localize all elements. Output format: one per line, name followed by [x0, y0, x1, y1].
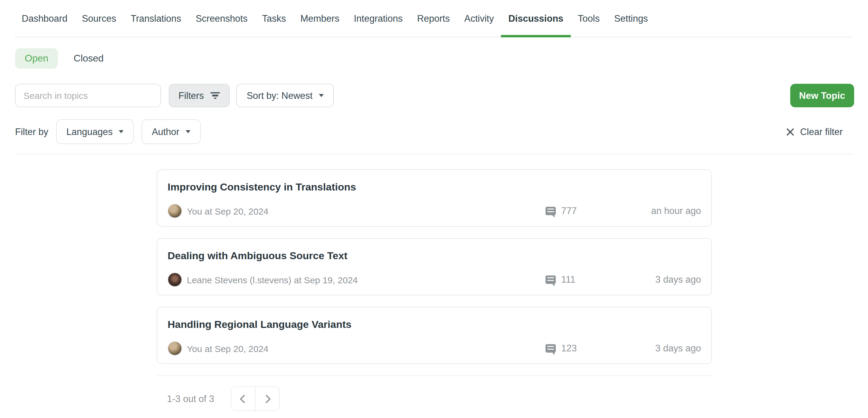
page: Dashboard Sources Translations Screensho… [0, 0, 868, 418]
time-ago: 3 days ago [655, 274, 701, 285]
comment-count: 777 [561, 205, 577, 216]
nav-item-dashboard[interactable]: Dashboard [14, 0, 75, 37]
list-end-divider [157, 376, 712, 376]
tab-closed[interactable]: Closed [73, 48, 104, 69]
discussion-card[interactable]: Dealing with Ambiguous Source Text Leane… [157, 238, 712, 295]
discussion-meta: Leane Stevens (l.stevens) at Sep 19, 202… [167, 272, 701, 287]
nav-item-translations[interactable]: Translations [123, 0, 188, 37]
comment-counter: 777 [546, 205, 577, 216]
discussion-card[interactable]: Improving Consistency in Translations Yo… [157, 169, 712, 227]
new-topic-button[interactable]: New Topic [790, 84, 854, 107]
chevron-right-icon [262, 394, 271, 403]
meta-right: 123 3 days ago [546, 343, 701, 354]
meta-right: 111 3 days ago [546, 274, 701, 285]
nav-item-reports[interactable]: Reports [410, 0, 457, 37]
next-page-button[interactable] [255, 387, 279, 411]
discussion-title[interactable]: Improving Consistency in Translations [167, 182, 701, 193]
toolbar: Filters Sort by: Newest New Topic [15, 84, 854, 107]
avatar [167, 204, 182, 218]
status-tabs: Open Closed [15, 48, 868, 69]
comment-counter: 111 [546, 274, 575, 285]
sort-dropdown-label: Sort by: Newest [247, 90, 313, 101]
author-line: You at Sep 20, 2024 [187, 343, 269, 354]
discussion-card[interactable]: Handling Regional Language Variants You … [157, 307, 712, 364]
chevron-down-icon [318, 94, 323, 97]
nav-item-discussions[interactable]: Discussions [501, 0, 571, 37]
meta-right: 777 an hour ago [546, 205, 701, 216]
nav-item-screenshots[interactable]: Screenshots [188, 0, 255, 37]
author-dropdown-label: Author [152, 126, 179, 137]
search-input[interactable] [15, 84, 161, 107]
author-dropdown[interactable]: Author [142, 119, 200, 144]
discussion-meta: You at Sep 20, 2024 777 an hour ago [167, 204, 701, 218]
new-topic-button-label: New Topic [799, 90, 845, 101]
sort-dropdown[interactable]: Sort by: Newest [236, 84, 334, 107]
nav-item-settings[interactable]: Settings [607, 0, 655, 37]
filter-bar: Filter by Languages Author Clear filter [15, 119, 843, 144]
discussion-title[interactable]: Dealing with Ambiguous Source Text [167, 250, 701, 262]
close-icon [786, 127, 795, 136]
languages-dropdown-label: Languages [66, 126, 113, 137]
section-divider [15, 154, 854, 154]
nav-item-members[interactable]: Members [293, 0, 347, 37]
author-line: Leane Stevens (l.stevens) at Sep 19, 202… [187, 275, 358, 285]
comment-count: 123 [561, 343, 577, 354]
comment-icon [546, 207, 556, 215]
author-line: You at Sep 20, 2024 [187, 206, 269, 216]
filter-lines-icon [210, 92, 220, 99]
page-summary: 1-3 out of 3 [167, 393, 214, 404]
clear-filter-button[interactable]: Clear filter [786, 126, 843, 137]
discussion-title[interactable]: Handling Regional Language Variants [167, 319, 701, 331]
avatar [167, 272, 182, 287]
avatar [167, 341, 182, 356]
top-nav: Dashboard Sources Translations Screensho… [14, 0, 852, 37]
time-ago: 3 days ago [655, 343, 701, 354]
comment-count: 111 [561, 274, 575, 285]
time-ago: an hour ago [651, 205, 701, 216]
chevron-down-icon [185, 130, 190, 133]
nav-item-tasks[interactable]: Tasks [255, 0, 293, 37]
nav-item-activity[interactable]: Activity [457, 0, 501, 37]
filter-by-label: Filter by [15, 126, 48, 137]
clear-filter-label: Clear filter [800, 126, 843, 137]
discussion-list: Improving Consistency in Translations Yo… [157, 169, 712, 364]
tab-open[interactable]: Open [15, 48, 58, 69]
nav-item-sources[interactable]: Sources [75, 0, 124, 37]
languages-dropdown[interactable]: Languages [56, 119, 133, 144]
nav-item-tools[interactable]: Tools [570, 0, 607, 37]
filters-button-label: Filters [179, 90, 204, 101]
comment-icon [546, 276, 556, 284]
comment-icon [546, 345, 556, 353]
pager [231, 386, 280, 411]
pagination: 1-3 out of 3 [167, 386, 868, 411]
filters-button[interactable]: Filters [169, 84, 230, 107]
discussion-meta: You at Sep 20, 2024 123 3 days ago [167, 341, 701, 356]
comment-counter: 123 [546, 343, 577, 354]
nav-item-integrations[interactable]: Integrations [347, 0, 410, 37]
chevron-left-icon [240, 394, 249, 403]
prev-page-button[interactable] [232, 387, 255, 411]
chevron-down-icon [119, 130, 124, 133]
